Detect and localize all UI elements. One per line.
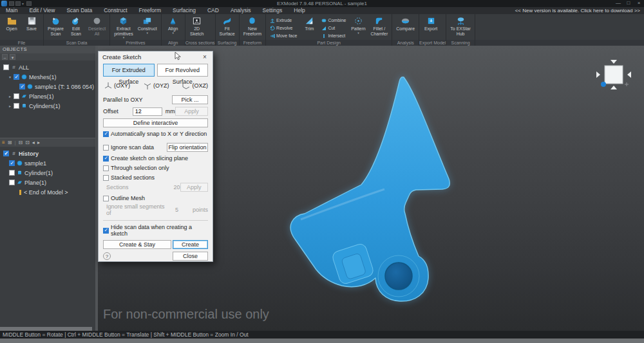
prepare-scan-button[interactable]: Prepare Scan [46, 15, 66, 36]
menu-freeform[interactable]: Freeform [133, 7, 167, 14]
view-navigation-cube[interactable] [594, 57, 634, 92]
edit-scan-button[interactable]: Edit Scan [66, 15, 86, 36]
quick-access-button-1[interactable] [9, 1, 14, 6]
offset-input[interactable] [133, 107, 162, 116]
view-arrow-right-icon[interactable] [627, 71, 631, 78]
menu-cad[interactable]: CAD [202, 7, 225, 14]
plane-oyz-option[interactable]: (OYZ) [142, 81, 169, 90]
app-logo-icon[interactable] [1, 1, 7, 6]
step-last-icon[interactable]: ▸ [37, 140, 40, 145]
create-and-stay-button[interactable]: Create & Stay [103, 240, 171, 249]
trim-button[interactable]: Trim [299, 15, 319, 32]
menu-analysis[interactable]: Analysis [225, 7, 257, 14]
quick-access-button-3[interactable] [26, 1, 32, 6]
dialog-title-bar[interactable]: Create Sketch × [99, 51, 213, 62]
quick-access-caret-icon[interactable]: ▾ [22, 1, 24, 6]
define-interactive-button[interactable]: Define interactive [103, 118, 208, 127]
open-button[interactable]: Open [2, 15, 21, 32]
dialog-close-button[interactable]: Close [173, 252, 208, 261]
tree-row-meshes[interactable]: ▾ Meshes(1) [0, 72, 95, 82]
2d-sketch-button[interactable]: 2D Sketch [187, 15, 207, 36]
maximize-button[interactable]: □ [623, 0, 634, 7]
history-box-icon[interactable]: ⊡ [25, 140, 30, 145]
plane-oxy-option[interactable]: (OXY) [103, 81, 130, 90]
revolve-button[interactable]: Revolve [268, 24, 299, 32]
ignore-scan-data-checkbox[interactable] [103, 145, 109, 151]
export-button[interactable]: Export [421, 15, 440, 32]
outline-mesh-checkbox[interactable] [103, 196, 109, 201]
sections-apply-button[interactable]: Apply [180, 183, 208, 192]
tree-row-history-plane[interactable]: Plane(1) [0, 178, 95, 187]
tree-row-all[interactable]: # ALL [0, 62, 95, 72]
pattern-button[interactable]: Pattern ▾ [348, 15, 368, 35]
cut-button[interactable]: Cut [319, 24, 348, 32]
expander-down-icon[interactable]: ▾ [9, 75, 14, 79]
tree-row-end-of-model[interactable]: < End of Model > [0, 187, 95, 197]
view-arrow-top-icon[interactable] [611, 60, 617, 64]
history-expand-icon[interactable]: ⊟ [18, 140, 23, 145]
view-arrow-left-icon[interactable] [596, 71, 600, 78]
tree-row-planes[interactable]: ▸ Planes(1) [0, 91, 95, 101]
menu-surfacing[interactable]: Surfacing [167, 7, 202, 14]
tree-row-history-cylinder[interactable]: Cylinder(1) [0, 168, 95, 178]
for-revolved-surface-button[interactable]: For Revolved Surface [157, 64, 209, 77]
update-notice-link[interactable]: << New version is available. Click here … [515, 8, 644, 14]
stacked-sections-checkbox[interactable] [103, 175, 109, 181]
tree-row-history-sample1[interactable]: sample1 [0, 158, 95, 168]
offset-apply-button[interactable]: Apply [175, 107, 208, 116]
through-selection-checkbox[interactable] [103, 165, 109, 171]
history-tree-icon[interactable]: ⊞ [8, 140, 12, 145]
meshes-checkbox[interactable] [14, 74, 19, 80]
tree-row-cylinders[interactable]: ▸ Cylinders(1) [0, 101, 95, 111]
history-cylinder-checkbox[interactable] [9, 170, 15, 176]
fit-surface-button[interactable]: Fit Surface [218, 15, 237, 36]
save-button[interactable]: Save [22, 15, 41, 32]
menu-scan-data[interactable]: Scan Data [61, 7, 98, 14]
tree-row-history[interactable]: # History [0, 149, 95, 158]
view-origin-dot-icon[interactable] [601, 82, 606, 87]
snap-checkbox[interactable] [103, 131, 109, 137]
history-checkbox[interactable] [3, 151, 9, 156]
to-exstar-hub-button[interactable]: To EXStar Hub [448, 15, 473, 36]
history-sample1-checkbox[interactable] [9, 160, 15, 166]
view-arrow-bottom-icon[interactable] [611, 86, 617, 89]
extract-primitives-button[interactable]: Extract primitives ▾ [112, 15, 135, 39]
expander-right-icon[interactable]: ▸ [9, 94, 14, 98]
history-plane-checkbox[interactable] [9, 180, 15, 185]
expander-right-icon[interactable]: ▸ [9, 104, 14, 108]
menu-settings[interactable]: Settings [257, 7, 289, 14]
all-checkbox[interactable] [3, 64, 9, 70]
construct-button[interactable]: Construct ▾ [136, 15, 159, 35]
create-button[interactable]: Create [173, 240, 208, 249]
menu-main[interactable]: Main [0, 7, 23, 14]
filter-icon[interactable]: ▾ [10, 54, 15, 60]
help-button[interactable]: ? [103, 252, 111, 260]
tree-row-sample1[interactable]: sample1 (T: 1 086 054) [0, 82, 95, 91]
step-first-icon[interactable]: ◂ [32, 140, 35, 145]
new-freeform-button[interactable]: New Freeform [242, 15, 263, 36]
close-button[interactable]: × [634, 0, 644, 7]
align-button[interactable]: Align ▾ [164, 15, 183, 35]
history-list-icon[interactable]: ≡ [2, 140, 5, 145]
menu-construct[interactable]: Construct [98, 7, 133, 14]
quick-access-button-2[interactable] [15, 1, 21, 6]
cylinders-checkbox[interactable] [14, 103, 19, 109]
menu-edit-view[interactable]: Edit / View [23, 7, 61, 14]
slicing-plane-checkbox[interactable] [103, 156, 109, 162]
hide-scan-data-checkbox[interactable] [103, 228, 109, 234]
for-extruded-surface-button[interactable]: For Extruded Surface [103, 64, 155, 77]
dialog-close-icon[interactable]: × [201, 53, 209, 60]
deselect-all-button[interactable]: Deselect All [86, 15, 108, 36]
sample1-checkbox[interactable] [19, 84, 25, 89]
move-face-button[interactable]: Move face [268, 32, 299, 40]
plane-oxz-option[interactable]: (OXZ) [181, 81, 208, 90]
pick-button[interactable]: Pick ... [172, 95, 208, 104]
planes-checkbox[interactable] [14, 93, 19, 99]
extrude-button[interactable]: Extrude [268, 17, 299, 24]
view-cube-face[interactable] [605, 66, 623, 84]
minimize-button[interactable]: — [613, 0, 623, 7]
fillet-chamfer-button[interactable]: Fillet / Chamfer [368, 15, 390, 36]
collapse-all-icon[interactable]: – [2, 54, 8, 60]
flip-orientation-button[interactable]: Flip orientation [167, 143, 208, 152]
intersect-button[interactable]: Intersect [319, 32, 348, 40]
